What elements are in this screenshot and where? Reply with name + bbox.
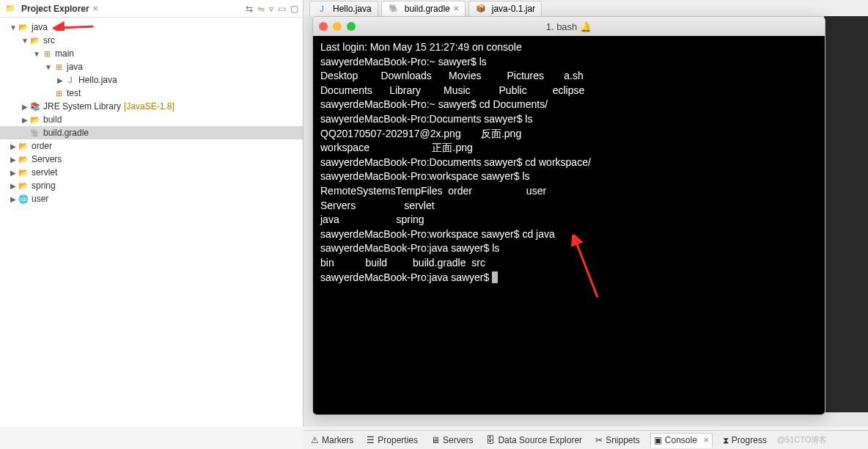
terminal-line: sawyerdeMacBook-Pro:~ sawyer$ ls — [320, 56, 487, 67]
tree-item-hello-java[interactable]: ▶JHello.java — [0, 73, 303, 87]
server-icon: 📂 — [18, 153, 29, 165]
snippets-icon: ✂ — [595, 435, 603, 445]
terminal-line: sawyerdeMacBook-Pro:Documents sawyer$ ls — [320, 113, 532, 125]
tree-item-jre[interactable]: ▶📚JRE System Library[JavaSE-1.8] — [0, 100, 303, 113]
terminal-body[interactable]: Last login: Mon May 15 21:27:49 on conso… — [313, 36, 825, 415]
project-explorer-icon: 📁 — [4, 3, 16, 15]
folder-icon: 📂 — [29, 114, 41, 125]
tree-item-servlet[interactable]: ▶📂servlet — [0, 166, 303, 179]
tab-java-jar[interactable]: 📦java-0.1.jar — [468, 1, 542, 16]
window-controls — [319, 22, 356, 31]
terminal-line: Documents Library Music Public eclipse — [320, 84, 584, 96]
maximize-window-button[interactable] — [347, 22, 356, 31]
java-file-icon: J — [65, 74, 76, 86]
minimize-icon[interactable]: ▭ — [278, 4, 286, 14]
tab-hello-java[interactable]: JHello.java — [309, 1, 378, 16]
editor-tabs: JHello.java 🐘build.gradle✕ 📦java-0.1.jar — [304, 0, 868, 16]
folder-icon: 📂 — [18, 180, 29, 191]
tree-item-java-project[interactable]: ▼📂java — [0, 21, 303, 34]
source-folder-icon: ⊞ — [41, 48, 53, 59]
tab-servers[interactable]: 🖥Servers — [428, 434, 476, 447]
project-icon: 📂 — [18, 21, 29, 33]
terminal-title: 1. bash🔔 — [546, 21, 592, 32]
tree-item-order[interactable]: ▶📂order — [0, 139, 303, 153]
tree-item-main[interactable]: ▼⊞main — [0, 47, 303, 60]
project-tree[interactable]: ▼📂java ▼📂src ▼⊞main ▼⊞java ▶JHello.java … — [0, 18, 303, 427]
close-window-button[interactable] — [319, 22, 328, 31]
folder-icon: 📂 — [18, 140, 29, 152]
database-icon: 🗄 — [486, 435, 495, 445]
terminal-line: sawyerdeMacBook-Pro:java sawyer$ — [320, 271, 492, 283]
gradle-icon: 🐘 — [388, 3, 400, 15]
minimize-window-button[interactable] — [333, 22, 342, 31]
jar-icon: 📦 — [475, 3, 487, 15]
terminal-line: sawyerdeMacBook-Pro:~ sawyer$ cd Documen… — [320, 98, 548, 110]
maximize-icon[interactable]: ▢ — [290, 4, 298, 14]
servers-icon: 🖥 — [431, 435, 440, 445]
editor-area: JHello.java 🐘build.gradle✕ 📦java-0.1.jar… — [304, 0, 868, 427]
tree-item-src[interactable]: ▼📂src — [0, 34, 303, 47]
package-icon: ⊞ — [53, 87, 65, 99]
terminal-line: bin build build.gradle src — [320, 257, 485, 269]
terminal-line: sawyerdeMacBook-Pro:workspace sawyer$ cd… — [320, 228, 555, 240]
tree-item-user[interactable]: ▶🌐user — [0, 192, 303, 205]
tab-data-source-explorer[interactable]: 🗄Data Source Explorer — [483, 434, 585, 447]
link-editor-icon[interactable]: ⇋ — [257, 4, 265, 14]
project-explorer-header: 📁 Project Explorer ✕ ⇆ ⇋ ▿ ▭ ▢ — [0, 0, 303, 18]
terminal-line: Desktop Downloads Movies Pictures a.sh — [320, 70, 584, 81]
tab-snippets[interactable]: ✂Snippets — [592, 434, 643, 447]
folder-icon: 📂 — [18, 167, 29, 178]
editor-dark-area — [824, 16, 868, 412]
markers-icon: ⚠ — [311, 435, 319, 445]
gradle-icon: 🐘 — [29, 127, 41, 139]
library-icon: 📚 — [29, 101, 41, 112]
project-explorer-view: 📁 Project Explorer ✕ ⇆ ⇋ ▿ ▭ ▢ ▼📂java ▼📂… — [0, 0, 304, 427]
terminal-line: Last login: Mon May 15 21:27:49 on conso… — [320, 41, 522, 53]
terminal-line: workspace 正面.png — [320, 142, 473, 153]
terminal-line: sawyerdeMacBook-Pro:workspace sawyer$ ls — [320, 170, 530, 182]
bottom-view-tabs: ⚠Markers ☰Properties 🖥Servers 🗄Data Sour… — [304, 430, 868, 449]
folder-icon: 📂 — [29, 34, 41, 46]
watermark: @51CTO博客 — [777, 434, 827, 445]
close-tab-icon[interactable]: ✕ — [453, 4, 459, 12]
console-icon: ▣ — [654, 435, 662, 445]
terminal-cursor — [492, 271, 498, 283]
tree-item-build-gradle[interactable]: 🐘build.gradle — [0, 126, 303, 139]
package-icon: ⊞ — [53, 61, 65, 73]
terminal-line: java spring — [320, 213, 424, 225]
progress-icon: ⧗ — [723, 435, 729, 445]
tree-item-build[interactable]: ▶📂build — [0, 113, 303, 126]
terminal-line: Servers servlet — [320, 200, 435, 211]
tab-properties[interactable]: ☰Properties — [364, 434, 421, 447]
tab-console[interactable]: ▣Console✕ — [650, 433, 713, 448]
tree-item-java-pkg[interactable]: ▼⊞java — [0, 60, 303, 73]
tab-progress[interactable]: ⧗Progress — [720, 434, 770, 447]
project-explorer-toolbar: ⇆ ⇋ ▿ ▭ ▢ — [246, 4, 298, 14]
close-view-icon[interactable]: ✕ — [92, 4, 98, 12]
tree-item-servers[interactable]: ▶📂Servers — [0, 153, 303, 166]
view-menu-icon[interactable]: ▿ — [269, 4, 273, 14]
bell-icon: 🔔 — [580, 21, 592, 32]
tree-item-test[interactable]: ⊞test — [0, 87, 303, 100]
tab-build-gradle[interactable]: 🐘build.gradle✕ — [381, 1, 466, 16]
terminal-line: QQ20170507-202917@2x.png 反面.png — [320, 128, 521, 139]
terminal-titlebar[interactable]: 1. bash🔔 — [313, 17, 825, 36]
tab-markers[interactable]: ⚠Markers — [308, 434, 356, 447]
properties-icon: ☰ — [367, 435, 375, 445]
terminal-window: 1. bash🔔 Last login: Mon May 15 21:27:49… — [312, 16, 825, 415]
project-explorer-title: Project Explorer — [21, 4, 89, 14]
tree-item-spring[interactable]: ▶📂spring — [0, 179, 303, 192]
terminal-line: sawyerdeMacBook-Pro:Documents sawyer$ cd… — [320, 156, 591, 168]
close-view-icon[interactable]: ✕ — [703, 436, 709, 444]
collapse-all-icon[interactable]: ⇆ — [246, 4, 253, 14]
terminal-line: sawyerdeMacBook-Pro:java sawyer$ ls — [320, 242, 499, 254]
java-file-icon: J — [316, 3, 328, 15]
terminal-line: RemoteSystemsTempFiles order user — [320, 185, 546, 197]
web-project-icon: 🌐 — [18, 193, 29, 205]
